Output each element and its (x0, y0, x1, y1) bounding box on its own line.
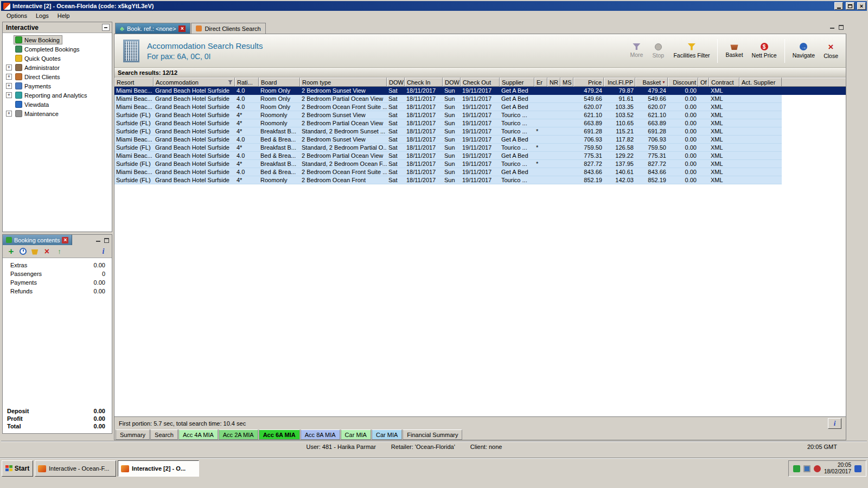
sidebar-item-quick-quotes[interactable]: +Quick Quotes (3, 54, 112, 63)
column-header-nr[interactable]: NR (547, 78, 560, 87)
tab-book-ref-none[interactable]: Book. ref.: <none>× (115, 23, 190, 34)
column-header-accommodation[interactable]: Accommodation (154, 78, 235, 87)
taskbar-window-button[interactable]: Interactive [2] - O... (118, 460, 199, 477)
expand-icon[interactable]: + (6, 83, 12, 89)
palm-icon (120, 25, 124, 32)
close-button[interactable]: Close (820, 42, 841, 60)
network-status-icon[interactable] (793, 465, 800, 472)
result-row[interactable]: Surfside (FL)Grand Beach Hotel Surfside4… (114, 144, 846, 152)
booking-contents-maximize-button[interactable] (103, 237, 110, 243)
view-tab-search-1[interactable]: Search (150, 429, 178, 440)
column-header-act-supplier[interactable]: Act. Supplier (739, 78, 782, 87)
taskbar-window-button[interactable]: Interactive - Ocean-F... (35, 460, 116, 477)
column-header-incl-fl-pp[interactable]: Incl.Fl.PP (604, 78, 635, 87)
maximize-button[interactable] (846, 2, 854, 10)
view-tab-financial-summary-8[interactable]: Financial Summary (403, 429, 462, 440)
sidebar-item-completed-bookings[interactable]: +Completed Bookings (3, 44, 112, 54)
booking-contents-row[interactable]: Extras0.00 (3, 261, 112, 270)
column-header-er[interactable]: Er (534, 78, 547, 87)
sidebar-item-label: Payments (24, 83, 51, 89)
language-icon[interactable] (854, 465, 861, 472)
sidebar-item-maintenance[interactable]: +Maintenance (3, 109, 112, 118)
column-header-ms[interactable]: MS (560, 78, 573, 87)
navigate-button[interactable]: Navigate (789, 42, 818, 60)
add-icon[interactable] (7, 247, 15, 255)
view-tab-acc-8a-mia-5[interactable]: Acc 8A MIA (301, 429, 340, 440)
menu-item-options[interactable]: Options (2, 11, 31, 20)
column-header-of[interactable]: Of (698, 78, 709, 87)
column-header-check-in[interactable]: Check In (405, 78, 443, 87)
view-tab-acc-6a-mia-4[interactable]: Acc 6A MIA (259, 429, 300, 440)
column-header-discount[interactable]: Discount (668, 78, 698, 87)
expand-icon[interactable]: + (6, 111, 12, 117)
column-header-resort[interactable]: Resort (114, 78, 154, 87)
booking-contents-row[interactable]: Refunds0.00 (3, 287, 112, 296)
result-row[interactable]: Surfside (FL)Grand Beach Hotel Surfside4… (114, 119, 846, 127)
sidebar-item-viewdata[interactable]: +Viewdata (3, 100, 112, 109)
view-tab-summary-0[interactable]: Summary (116, 429, 150, 440)
booking-contents-row[interactable]: Passengers0 (3, 270, 112, 279)
sidebar-item-label: Quick Quotes (24, 55, 61, 62)
nett-price-button[interactable]: Nett Price (749, 42, 780, 60)
result-row[interactable]: Miami Beac...Grand Beach Hotel Surfside4… (114, 168, 846, 176)
result-row[interactable]: Miami Beac...Grand Beach Hotel Surfside4… (114, 87, 846, 95)
result-row[interactable]: Miami Beac...Grand Beach Hotel Surfside4… (114, 103, 846, 111)
column-header-check-out[interactable]: Check Out (461, 78, 500, 87)
result-row[interactable]: Surfside (FL)Grand Beach Hotel Surfside4… (114, 176, 846, 184)
basket-icon[interactable] (31, 248, 39, 255)
view-tab-car-mia-7[interactable]: Car MIA (372, 429, 402, 440)
sidebar-item-payments[interactable]: +Payments (3, 81, 112, 91)
column-header-basket[interactable]: Basket▼ (635, 78, 668, 87)
column-header-board[interactable]: Board (259, 78, 300, 87)
booking-contents-caption[interactable]: Booking contents × (3, 235, 72, 245)
facilities-filter-button[interactable]: Facilities Filter (670, 42, 713, 60)
close-button[interactable]: × (857, 2, 866, 10)
expand-icon[interactable]: + (6, 92, 12, 98)
result-row[interactable]: Miami Beac...Grand Beach Hotel Surfside4… (114, 136, 846, 144)
view-tab-acc-2a-mia-3[interactable]: Acc 2A MIA (219, 429, 258, 440)
delete-icon[interactable] (43, 247, 51, 255)
booking-contents-close-icon[interactable]: × (62, 237, 68, 243)
column-header-price[interactable]: Price (573, 78, 604, 87)
volume-icon[interactable] (814, 465, 821, 472)
column-header-rati[interactable]: Rati... (235, 78, 259, 87)
column-header-room-type[interactable]: Room type (300, 78, 387, 87)
result-row[interactable]: Miami Beac...Grand Beach Hotel Surfside4… (114, 152, 846, 160)
results-toolbar: MoreStopFacilities FilterBasketNett Pric… (627, 34, 841, 67)
sidebar-item-direct-clients[interactable]: +Direct Clients (3, 72, 112, 81)
result-row[interactable]: Surfside (FL)Grand Beach Hotel Surfside4… (114, 160, 846, 168)
filter-icon[interactable] (228, 80, 233, 85)
sidebar-item-new-booking[interactable]: +New Booking (3, 35, 112, 44)
tab-direct-clients-search[interactable]: Direct Clients Search (191, 23, 265, 34)
menu-item-help[interactable]: Help (53, 11, 74, 20)
view-tab-acc-4a-mia-2[interactable]: Acc 4A MIA (178, 429, 218, 440)
sidebar-item-reporting-and-analytics[interactable]: +Reporting and Analytics (3, 91, 112, 100)
result-row[interactable]: Surfside (FL)Grand Beach Hotel Surfside4… (114, 127, 846, 136)
result-row[interactable]: Miami Beac...Grand Beach Hotel Surfside4… (114, 95, 846, 103)
booking-contents-row[interactable]: Payments0.00 (3, 279, 112, 287)
tab-close-icon[interactable]: × (178, 25, 186, 32)
panel-collapse-button[interactable] (102, 24, 110, 31)
expand-icon[interactable]: + (6, 74, 12, 80)
info-icon[interactable] (99, 247, 107, 255)
result-row[interactable]: Surfside (FL)Grand Beach Hotel Surfside4… (114, 111, 846, 119)
info-button[interactable]: i (828, 418, 841, 429)
start-button[interactable]: Start (2, 460, 33, 477)
expand-icon[interactable]: + (6, 65, 12, 70)
view-tab-car-mia-6[interactable]: Car MIA (341, 429, 371, 440)
menu-item-logs[interactable]: Logs (31, 11, 53, 20)
workspace-maximize-button[interactable] (838, 24, 844, 30)
basket-button[interactable]: Basket (722, 42, 746, 59)
column-header-supplier[interactable]: Supplier (500, 78, 534, 87)
workspace-minimize-button[interactable] (829, 24, 835, 30)
sidebar-item-administrator[interactable]: +Administrator (3, 63, 112, 72)
clock-icon[interactable] (20, 248, 27, 255)
move-up-icon[interactable] (55, 247, 63, 255)
column-header-dow[interactable]: DOW (443, 78, 461, 87)
column-header-dow[interactable]: DOW (387, 78, 405, 87)
column-header-contract[interactable]: Contract (709, 78, 739, 87)
booking-totals-row: Total0.00 (7, 423, 105, 431)
booking-contents-minimize-button[interactable] (95, 237, 101, 243)
display-icon[interactable] (803, 465, 810, 472)
minimize-button[interactable] (834, 2, 843, 10)
